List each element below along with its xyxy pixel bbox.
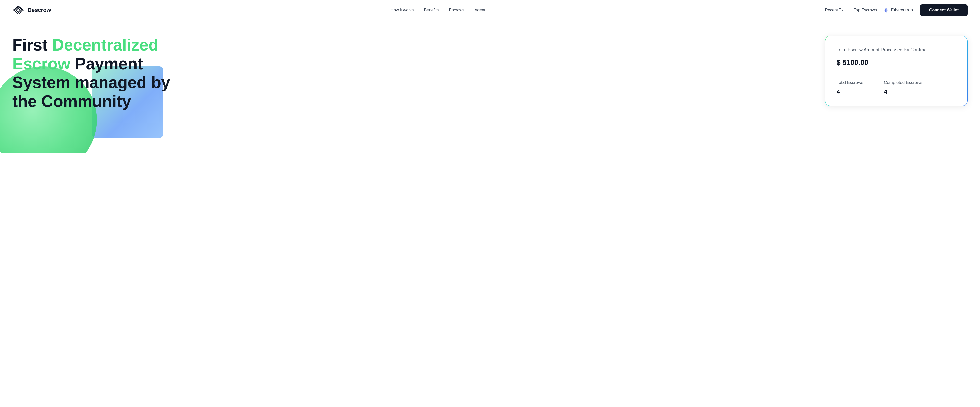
navbar-right: Recent Tx Top Escrows Ethereum ▼ Connect… <box>825 4 968 16</box>
hero-title: First Decentralized Escrow Payment Syste… <box>12 36 196 111</box>
total-escrows-label: Total Escrows <box>837 80 863 85</box>
completed-escrows-value: 4 <box>884 88 922 95</box>
network-selector[interactable]: Ethereum ▼ <box>883 7 914 13</box>
hero-title-part1: First <box>12 36 52 54</box>
connect-wallet-button[interactable]: Connect Wallet <box>920 4 968 16</box>
secondary-nav: Recent Tx Top Escrows <box>825 8 877 13</box>
completed-escrows-item: Completed Escrows 4 <box>884 80 922 95</box>
total-amount-value: $ 5100.00 <box>837 59 956 67</box>
total-amount-label: Total Escrow Amount Processed By Contrac… <box>837 46 956 53</box>
logo-icon <box>12 4 24 16</box>
main-nav: How it works Benefits Escrows Agent <box>391 8 485 13</box>
brand-section: Descrow <box>12 4 51 16</box>
navbar: Descrow How it works Benefits Escrows Ag… <box>0 0 980 21</box>
stats-row: Total Escrows 4 Completed Escrows 4 <box>837 80 956 95</box>
completed-escrows-label: Completed Escrows <box>884 80 922 85</box>
hero-section: First Decentralized Escrow Payment Syste… <box>0 21 980 153</box>
ethereum-icon <box>883 7 889 13</box>
nav-item-benefits[interactable]: Benefits <box>424 8 439 13</box>
total-escrows-item: Total Escrows 4 <box>837 80 863 95</box>
nav-item-escrows[interactable]: Escrows <box>449 8 464 13</box>
network-label: Ethereum <box>891 8 909 13</box>
total-escrows-value: 4 <box>837 88 863 95</box>
nav-recent-tx[interactable]: Recent Tx <box>825 8 843 13</box>
nav-item-how-it-works[interactable]: How it works <box>391 8 414 13</box>
nav-item-agent[interactable]: Agent <box>475 8 485 13</box>
stats-card-container: Total Escrow Amount Processed By Contrac… <box>825 36 968 106</box>
nav-top-escrows[interactable]: Top Escrows <box>854 8 877 13</box>
chevron-down-icon: ▼ <box>911 8 914 12</box>
brand-name: Descrow <box>27 7 51 14</box>
hero-text: First Decentralized Escrow Payment Syste… <box>12 36 815 111</box>
stats-divider <box>837 73 956 73</box>
stats-card: Total Escrow Amount Processed By Contrac… <box>825 36 968 106</box>
